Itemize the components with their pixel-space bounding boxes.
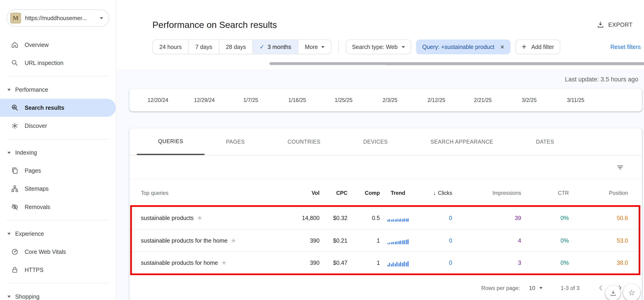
table-pagination: Rows per page: 10 1-3 of 3 bbox=[130, 278, 642, 297]
home-icon bbox=[11, 41, 19, 49]
x-axis-label: 12/29/24 bbox=[181, 97, 228, 103]
pagination-range: 1-3 of 3 bbox=[561, 285, 579, 291]
sidebar-item-overview[interactable]: Overview bbox=[0, 36, 116, 54]
vol-cell: 390 bbox=[280, 259, 320, 266]
sidebar-item-label: Search results bbox=[25, 104, 64, 111]
date-range-3-months[interactable]: ✓ 3 months bbox=[252, 40, 298, 54]
column-header-ctr[interactable]: CTR bbox=[521, 190, 569, 196]
search-type-chip[interactable]: Search type: Web bbox=[346, 40, 411, 54]
favorite-star-icon[interactable]: ★ bbox=[231, 237, 236, 244]
tab-countries[interactable]: COUNTRIES bbox=[266, 128, 342, 155]
sidebar-item-core-web-vitals[interactable]: Core Web Vitals bbox=[0, 243, 116, 261]
column-header-trend[interactable]: Trend bbox=[380, 190, 416, 196]
tab-pages[interactable]: PAGES bbox=[204, 128, 266, 155]
table-toolbar bbox=[130, 156, 642, 179]
chevron-down-icon bbox=[540, 287, 542, 289]
favorite-star-icon[interactable]: ★ bbox=[197, 214, 202, 222]
add-filter-chip[interactable]: + Add filter bbox=[516, 40, 560, 54]
table-header-row: Top queries Vol CPC Comp Trend ↓Clicks I… bbox=[130, 179, 642, 207]
x-axis-label: 2/21/25 bbox=[460, 97, 506, 103]
chevron-down-icon bbox=[7, 89, 10, 91]
property-selector[interactable]: M https://muddhousemer... bbox=[6, 9, 110, 27]
column-header-vol[interactable]: Vol bbox=[280, 190, 320, 196]
sidebar-item-removals[interactable]: Removals bbox=[0, 198, 116, 216]
query-cell: sustainable products ★ bbox=[141, 214, 280, 222]
sidebar-item-discover[interactable]: Discover bbox=[0, 117, 116, 135]
table-row[interactable]: sustainable products for home ★ 390 $0.4… bbox=[130, 251, 642, 273]
date-range-24-hours[interactable]: 24 hours bbox=[153, 40, 188, 54]
impressions-cell: 39 bbox=[452, 215, 521, 221]
trend-sparkline bbox=[380, 214, 416, 222]
dimension-tabs: QUERIES PAGES COUNTRIES DEVICES SEARCH A… bbox=[130, 128, 642, 156]
chevron-left-icon bbox=[597, 284, 605, 292]
tab-devices[interactable]: DEVICES bbox=[342, 128, 409, 155]
position-cell: 53.0 bbox=[569, 237, 628, 244]
horizontal-scrollbar[interactable] bbox=[270, 62, 644, 65]
reset-filters-link[interactable]: Reset filters bbox=[610, 44, 641, 50]
x-axis-label: 2/12/25 bbox=[413, 97, 460, 103]
sidebar-item-label: Core Web Vitals bbox=[25, 248, 66, 255]
position-cell: 38.0 bbox=[569, 259, 628, 266]
export-button[interactable]: EXPORT bbox=[596, 21, 632, 31]
sidebar-section-indexing[interactable]: Indexing bbox=[0, 143, 116, 162]
kwe-download-button[interactable] bbox=[606, 285, 621, 300]
tab-dates[interactable]: DATES bbox=[514, 128, 576, 155]
kwe-favorites-button[interactable]: ☆ bbox=[623, 284, 640, 300]
sidebar-divider bbox=[6, 283, 110, 283]
sidebar-item-https[interactable]: HTTPS bbox=[0, 261, 116, 279]
date-range-28-days[interactable]: 28 days bbox=[219, 40, 252, 54]
chevron-down-icon bbox=[7, 233, 10, 235]
tab-queries[interactable]: QUERIES bbox=[137, 128, 204, 155]
sidebar: M https://muddhousemer... Overview URL i… bbox=[0, 0, 116, 300]
chevron-down-icon bbox=[321, 46, 324, 48]
impressions-cell: 4 bbox=[452, 237, 521, 244]
impressions-cell: 3 bbox=[452, 259, 521, 266]
table-row[interactable]: sustainable products for the home ★ 390 … bbox=[130, 229, 642, 251]
column-header-impressions[interactable]: Impressions bbox=[452, 190, 521, 196]
tab-search-appearance[interactable]: SEARCH APPEARANCE bbox=[409, 128, 515, 155]
column-header-clicks[interactable]: ↓Clicks bbox=[416, 190, 452, 196]
query-cell: sustainable products for home ★ bbox=[141, 259, 280, 266]
ctr-cell: 0% bbox=[521, 237, 569, 244]
query-filter-chip[interactable]: Query: +sustainable product ✕ bbox=[416, 40, 511, 54]
column-header-cpc[interactable]: CPC bbox=[320, 190, 347, 196]
sidebar-section-performance[interactable]: Performance bbox=[0, 81, 116, 99]
sidebar-section-shopping[interactable]: Shopping bbox=[0, 287, 116, 300]
query-cell: sustainable products for the home ★ bbox=[141, 237, 280, 244]
date-range-control: 24 hours 7 days 28 days ✓ 3 months More bbox=[152, 40, 331, 54]
sidebar-item-url-inspection[interactable]: URL inspection bbox=[0, 54, 116, 72]
export-label: EXPORT bbox=[608, 22, 632, 28]
table-row[interactable]: sustainable products ★ 14,800 $0.32 0.5 … bbox=[130, 207, 642, 229]
sidebar-item-label: Overview bbox=[25, 42, 49, 48]
sidebar-section-experience[interactable]: Experience bbox=[0, 225, 116, 243]
property-url: https://muddhousemer... bbox=[25, 15, 96, 22]
previous-page-button[interactable] bbox=[597, 284, 605, 292]
check-icon: ✓ bbox=[260, 44, 264, 50]
sidebar-item-sitemaps[interactable]: Sitemaps bbox=[0, 180, 116, 198]
vol-cell: 390 bbox=[280, 237, 320, 244]
position-cell: 50.6 bbox=[569, 215, 628, 221]
rows-per-page-select[interactable]: 10 bbox=[529, 285, 542, 291]
close-icon[interactable]: ✕ bbox=[500, 44, 505, 50]
date-range-more[interactable]: More bbox=[298, 40, 331, 54]
column-header-top-queries[interactable]: Top queries bbox=[141, 190, 280, 196]
column-header-comp[interactable]: Comp bbox=[348, 190, 380, 196]
page-title: Performance on Search results bbox=[152, 20, 277, 31]
favorite-star-icon[interactable]: ★ bbox=[221, 259, 227, 266]
lock-icon bbox=[11, 266, 19, 274]
sidebar-item-pages[interactable]: Pages bbox=[0, 162, 116, 180]
column-header-position[interactable]: Position bbox=[569, 190, 628, 196]
chevron-down-icon bbox=[100, 17, 103, 19]
clicks-cell: 0 bbox=[416, 237, 452, 244]
download-icon bbox=[596, 21, 604, 29]
sidebar-item-label: Removals bbox=[25, 204, 50, 210]
sidebar-section-label: Shopping bbox=[15, 293, 40, 300]
sidebar-section-label: Performance bbox=[15, 86, 48, 93]
ctr-cell: 0% bbox=[521, 215, 569, 221]
search-icon bbox=[11, 59, 19, 67]
filter-bar-divider bbox=[338, 40, 339, 54]
pages-copy-icon bbox=[11, 167, 19, 175]
filter-list-icon[interactable] bbox=[616, 163, 625, 172]
date-range-7-days[interactable]: 7 days bbox=[188, 40, 219, 54]
sidebar-item-search-results[interactable]: Search results bbox=[0, 99, 116, 117]
